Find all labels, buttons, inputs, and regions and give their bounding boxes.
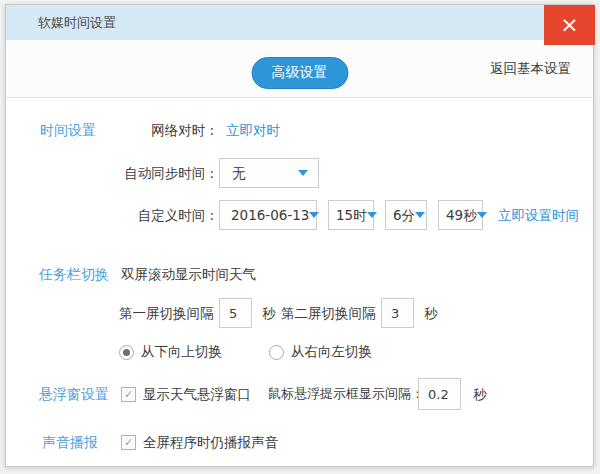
auto-sync-label: 自动同步时间 : <box>6 158 214 188</box>
radio-option-bottom-up[interactable]: 从下向上切换 <box>119 343 222 361</box>
row-auto-sync: 自动同步时间 : 无 <box>6 158 593 188</box>
titlebar: 软媒时间设置 <box>6 5 593 40</box>
sync-now-link[interactable]: 立即对时 <box>226 120 280 140</box>
second-interval-unit: 秒 <box>424 298 438 328</box>
minute-value: 6分 <box>393 200 415 230</box>
tooltip-interval-unit: 秒 <box>473 378 487 410</box>
settings-content: 时间设置 网络对时 : 立即对时 自动同步时间 : 无 自定义时间 : 2016… <box>6 98 593 466</box>
network-sync-label: 网络对时 : <box>6 120 214 140</box>
show-weather-option[interactable]: ✓ 显示天气悬浮窗口 <box>121 378 251 410</box>
second-interval-label: 第二屏切换间隔 <box>281 298 376 328</box>
custom-time-label: 自定义时间 : <box>6 200 214 230</box>
auto-sync-dropdown[interactable]: 无 <box>219 158 319 188</box>
header-bar: 高级设置 返回基本设置 <box>6 40 593 98</box>
chevron-down-icon <box>298 170 308 176</box>
window-title: 软媒时间设置 <box>38 14 116 32</box>
row-network-sync: 时间设置 网络对时 : 立即对时 <box>6 120 593 140</box>
radio-right-left-label: 从右向左切换 <box>291 343 372 361</box>
close-icon: × <box>560 14 578 36</box>
row-sound: 声音播报 ✓ 全屏程序时仍播报声音 <box>6 432 593 452</box>
row-custom-time: 自定义时间 : 2016-06-13 15时 6分 49秒 立即设置时间 <box>6 200 593 230</box>
advanced-settings-button[interactable]: 高级设置 <box>251 57 348 89</box>
first-interval-unit: 秒 <box>262 298 276 328</box>
close-button[interactable]: × <box>544 5 595 45</box>
set-time-now-link[interactable]: 立即设置时间 <box>498 200 579 230</box>
row-floating-window: 悬浮窗设置 ✓ 显示天气悬浮窗口 鼠标悬浮提示框显示间隔 : 秒 <box>6 378 593 410</box>
first-interval-input[interactable] <box>219 298 252 328</box>
date-dropdown[interactable]: 2016-06-13 <box>219 200 317 230</box>
show-weather-label: 显示天气悬浮窗口 <box>143 378 251 410</box>
section-label-taskbar: 任务栏切换 <box>39 264 109 284</box>
first-interval-label: 第一屏切换间隔 <box>119 298 214 328</box>
row-taskbar-header: 任务栏切换 双屏滚动显示时间天气 <box>6 264 593 284</box>
check-icon: ✓ <box>124 437 133 448</box>
show-weather-checkbox[interactable]: ✓ <box>121 387 136 402</box>
chevron-down-icon <box>367 212 377 218</box>
dual-screen-label: 双屏滚动显示时间天气 <box>121 264 256 284</box>
tooltip-interval-input[interactable] <box>418 378 461 410</box>
radio-bottom-up-label: 从下向上切换 <box>141 343 222 361</box>
chevron-down-icon <box>415 212 425 218</box>
row-intervals: 第一屏切换间隔 秒 第二屏切换间隔 秒 <box>6 298 593 328</box>
section-label-floating: 悬浮窗设置 <box>39 378 109 410</box>
fullscreen-sound-label: 全屏程序时仍播报声音 <box>143 432 278 452</box>
second-dropdown[interactable]: 49秒 <box>438 200 483 230</box>
time-settings-dialog: 软媒时间设置 × 高级设置 返回基本设置 时间设置 网络对时 : 立即对时 自动… <box>5 4 594 467</box>
row-switch-direction: 从下向上切换 从右向左切换 <box>6 343 593 360</box>
check-icon: ✓ <box>124 389 133 400</box>
section-label-sound: 声音播报 <box>42 432 98 452</box>
radio-option-right-left[interactable]: 从右向左切换 <box>269 343 372 361</box>
back-to-basic-link[interactable]: 返回基本设置 <box>490 60 571 78</box>
radio-right-left[interactable] <box>269 345 284 360</box>
auto-sync-value: 无 <box>232 158 246 188</box>
radio-bottom-up[interactable] <box>119 345 134 360</box>
second-interval-input[interactable] <box>381 298 414 328</box>
hour-dropdown[interactable]: 15时 <box>328 200 374 230</box>
fullscreen-sound-option[interactable]: ✓ 全屏程序时仍播报声音 <box>121 432 278 452</box>
hour-value: 15时 <box>336 200 367 230</box>
date-value: 2016-06-13 <box>231 200 309 230</box>
chevron-down-icon <box>477 212 487 218</box>
minute-dropdown[interactable]: 6分 <box>385 200 427 230</box>
second-value: 49秒 <box>446 200 477 230</box>
tooltip-interval-label: 鼠标悬浮提示框显示间隔 : <box>268 378 420 410</box>
chevron-down-icon <box>309 212 319 218</box>
fullscreen-sound-checkbox[interactable]: ✓ <box>121 435 136 450</box>
